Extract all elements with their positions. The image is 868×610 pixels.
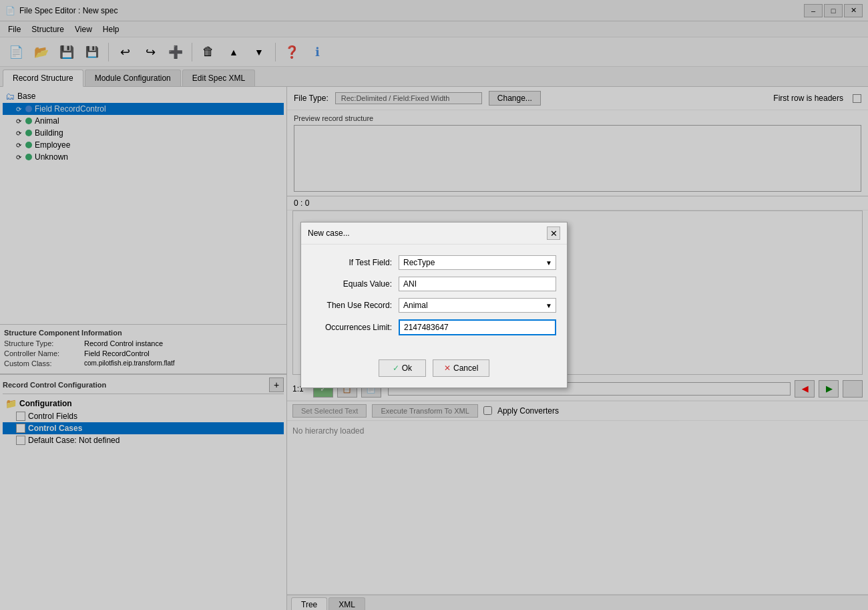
modal-row-occurrences-limit: Occurrences Limit: — [312, 319, 556, 335]
modal-footer: ✓ Ok ✕ Cancel — [301, 353, 567, 388]
cancel-button-label: Cancel — [453, 363, 478, 373]
then-use-record-select-wrap: Animal Building Employee Unknown ▼ — [399, 298, 556, 313]
equals-value-input[interactable] — [399, 277, 556, 291]
ok-button-label: Ok — [402, 363, 412, 373]
ok-button[interactable]: ✓ Ok — [379, 359, 426, 377]
modal-row-equals-value: Equals Value: — [312, 277, 556, 291]
ok-check-icon: ✓ — [393, 363, 399, 373]
cancel-button[interactable]: ✕ Cancel — [433, 359, 489, 377]
modal-body: If Test Field: RecType Field1 Field2 ▼ E… — [301, 245, 567, 353]
modal-row-then-use-record: Then Use Record: Animal Building Employe… — [312, 298, 556, 313]
occurrences-limit-label: Occurrences Limit: — [312, 323, 399, 332]
occurrences-limit-input[interactable] — [399, 319, 556, 335]
modal-title: New case... — [308, 228, 547, 238]
if-test-field-label: If Test Field: — [312, 258, 399, 267]
if-test-field-select[interactable]: RecType Field1 Field2 — [399, 255, 556, 270]
modal-overlay: New case... ✕ If Test Field: RecType Fie… — [0, 0, 868, 610]
then-use-record-select[interactable]: Animal Building Employee Unknown — [399, 298, 556, 313]
new-case-dialog: New case... ✕ If Test Field: RecType Fie… — [300, 222, 568, 388]
cancel-x-icon: ✕ — [444, 363, 451, 373]
if-test-field-select-wrap: RecType Field1 Field2 ▼ — [399, 255, 556, 270]
modal-title-bar: New case... ✕ — [301, 222, 567, 245]
then-use-record-label: Then Use Record: — [312, 301, 399, 310]
modal-close-button[interactable]: ✕ — [547, 226, 560, 240]
modal-row-if-test-field: If Test Field: RecType Field1 Field2 ▼ — [312, 255, 556, 270]
equals-value-label: Equals Value: — [312, 279, 399, 289]
